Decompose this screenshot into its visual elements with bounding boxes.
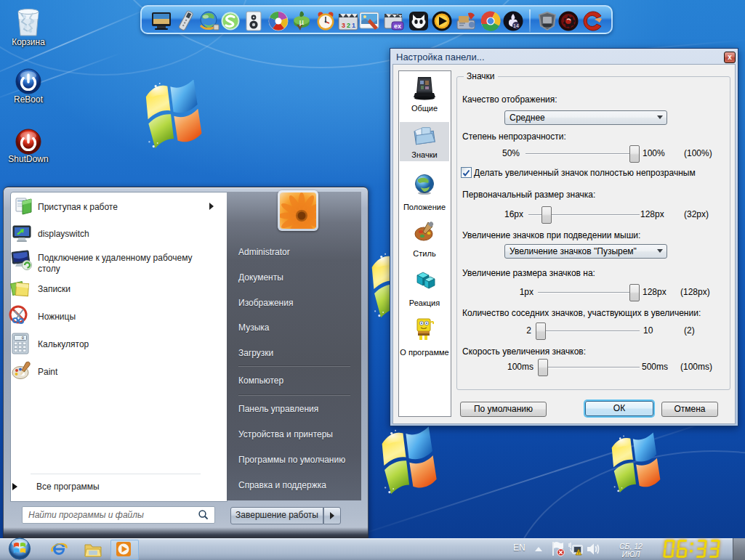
svg-text:ex: ex — [394, 23, 401, 30]
svg-text:3: 3 — [342, 22, 345, 29]
svg-text:µ: µ — [299, 17, 305, 26]
svg-text:2: 2 — [347, 22, 350, 29]
svg-text:!: ! — [578, 551, 579, 555]
svg-text:1: 1 — [352, 22, 355, 29]
svg-text:14: 14 — [513, 23, 519, 28]
svg-text:0: 0 — [22, 336, 24, 341]
